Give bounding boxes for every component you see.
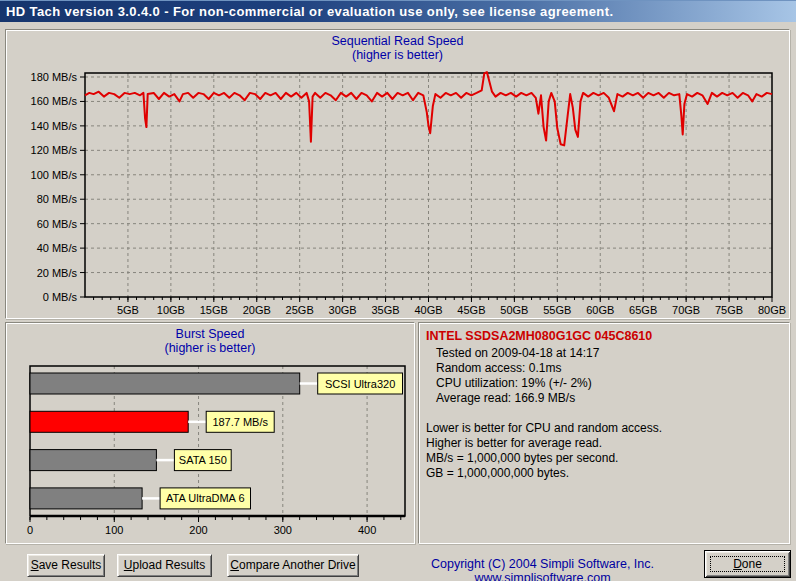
window-titlebar[interactable]: HD Tach version 3.0.4.0 - For non-commer… (0, 0, 796, 22)
save-results-label: Save Results (28, 556, 104, 575)
svg-text:45GB: 45GB (457, 304, 485, 316)
svg-text:80GB: 80GB (758, 304, 786, 316)
svg-text:140 MB/s: 140 MB/s (31, 120, 78, 132)
svg-text:70GB: 70GB (672, 304, 700, 316)
drive-name: INTEL SSDSA2MH080G1GC 045C8610 (426, 329, 783, 344)
svg-text:60GB: 60GB (586, 304, 614, 316)
svg-text:80 MB/s: 80 MB/s (37, 193, 78, 205)
svg-text:0: 0 (27, 524, 33, 536)
svg-text:400: 400 (358, 524, 376, 536)
upload-results-label: Upload Results (118, 556, 211, 575)
svg-text:25GB: 25GB (286, 304, 314, 316)
cpu-utilization-line: CPU utilization: 19% (+/- 2%) (436, 376, 783, 391)
compare-another-drive-button[interactable]: Compare Another Drive (227, 554, 359, 577)
drive-info-panel: INTEL SSDSA2MH080G1GC 045C8610 Tested on… (418, 322, 790, 544)
svg-text:200: 200 (189, 524, 207, 536)
svg-text:40 MB/s: 40 MB/s (37, 242, 78, 254)
svg-text:35GB: 35GB (371, 304, 399, 316)
svg-text:15GB: 15GB (200, 304, 228, 316)
hdtach-window: { "titlebar": { "text": "HD Tach version… (0, 0, 796, 581)
svg-text:75GB: 75GB (715, 304, 743, 316)
svg-text:5GB: 5GB (117, 304, 139, 316)
svg-text:180 MB/s: 180 MB/s (31, 71, 78, 83)
svg-text:SCSI Ultra320: SCSI Ultra320 (325, 378, 395, 390)
burst-speed-panel: Burst Speed (higher is better) SCSI Ultr… (5, 322, 415, 544)
svg-text:10GB: 10GB (157, 304, 185, 316)
svg-text:100 MB/s: 100 MB/s (31, 169, 78, 181)
svg-text:SATA 150: SATA 150 (179, 454, 227, 466)
svg-text:0 MB/s: 0 MB/s (43, 291, 78, 303)
compare-another-drive-label: Compare Another Drive (228, 556, 358, 575)
note-higher-better: Higher is better for average read. (426, 436, 783, 451)
svg-text:160 MB/s: 160 MB/s (31, 95, 78, 107)
note-mbs-definition: MB/s = 1,000,000 bytes per second. (426, 451, 783, 466)
svg-text:55GB: 55GB (543, 304, 571, 316)
sequential-read-panel: Sequential Read Speed (higher is better)… (5, 29, 790, 319)
svg-text:20 MB/s: 20 MB/s (37, 267, 78, 279)
svg-text:50GB: 50GB (500, 304, 528, 316)
copyright-text: Copyright (C) 2004 Simpli Software, Inc.… (385, 557, 700, 581)
svg-text:300: 300 (274, 524, 292, 536)
done-button[interactable]: Done (704, 550, 791, 578)
svg-text:30GB: 30GB (329, 304, 357, 316)
tested-on-line: Tested on 2009-04-18 at 14:17 (436, 346, 783, 361)
svg-text:40GB: 40GB (414, 304, 442, 316)
upload-results-button[interactable]: Upload Results (117, 554, 212, 577)
average-read-line: Average read: 166.9 MB/s (436, 391, 783, 406)
svg-text:187.7 MB/s: 187.7 MB/s (212, 416, 268, 428)
sequential-read-chart: 0 MB/s20 MB/s40 MB/s60 MB/s80 MB/s100 MB… (6, 30, 789, 318)
svg-text:120 MB/s: 120 MB/s (31, 144, 78, 156)
note-lower-better: Lower is better for CPU and random acces… (426, 421, 783, 436)
svg-text:60 MB/s: 60 MB/s (37, 218, 78, 230)
done-label: Done (706, 552, 789, 576)
random-access-line: Random access: 0.1ms (436, 361, 783, 376)
window-title: HD Tach version 3.0.4.0 - For non-commer… (6, 4, 613, 19)
save-results-button[interactable]: Save Results (27, 554, 105, 577)
burst-speed-chart: SCSI Ultra320187.7 MB/sSATA 150ATA Ultra… (6, 323, 414, 543)
svg-text:100: 100 (105, 524, 123, 536)
svg-text:ATA UltraDMA 6: ATA UltraDMA 6 (166, 492, 244, 504)
svg-text:65GB: 65GB (629, 304, 657, 316)
svg-text:20GB: 20GB (243, 304, 271, 316)
note-gb-definition: GB = 1,000,000,000 bytes. (426, 466, 783, 481)
